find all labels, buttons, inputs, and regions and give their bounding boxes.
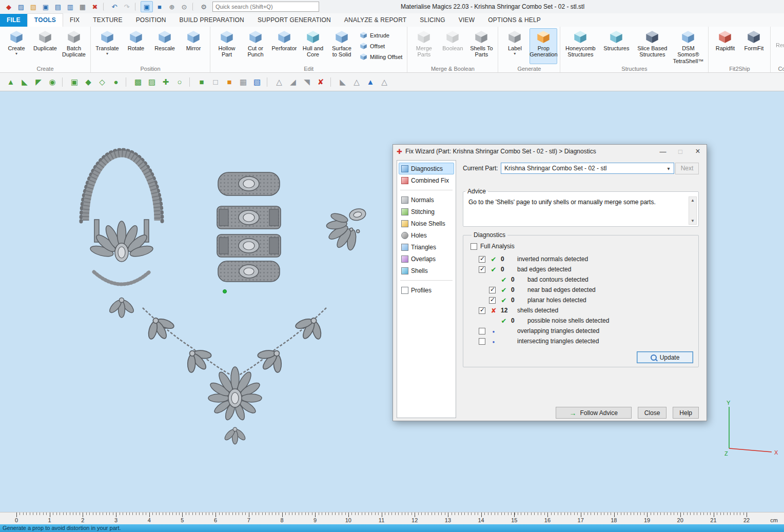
full-analysis-checkbox[interactable]: Full Analysis [471,243,694,250]
mark-window-icon[interactable]: ▣ [69,76,80,88]
nav-item[interactable]: Shells [399,265,454,277]
nav-item[interactable]: Profiles [399,284,454,296]
ribbon-small-button[interactable]: Extrude [358,31,404,40]
import-part-icon[interactable]: ▨ [15,2,27,12]
mark-connected-icon[interactable]: ● [110,76,122,88]
remove-parts-icon[interactable]: ✖ [89,2,101,12]
diagnostic-checkbox[interactable] [489,297,496,304]
close-icon[interactable]: × [689,145,707,157]
scroll-down-icon[interactable]: ▼ [691,219,695,223]
diagnostic-checkbox[interactable] [479,338,485,345]
ribbon-button[interactable]: Structures ▾ [599,28,634,64]
ribbon-button[interactable]: Hollow Part ▾ [213,28,241,64]
ribbon-tab[interactable]: FILE [0,14,27,27]
separator[interactable] [126,77,128,87]
ribbon-button[interactable]: Rotate ▾ [122,28,150,64]
compare-mesh-icon[interactable]: ▲ [365,76,376,88]
separator[interactable] [192,3,195,11]
current-part-select[interactable]: Krishna Shringar Combo Set - 02 - stl ▾ [501,163,674,174]
ribbon-button[interactable]: Cut or Punch ▾ [242,28,269,64]
measure-plane-icon[interactable]: ◣ [337,76,348,88]
ribbon-tab[interactable]: ANALYZE & REPORT [338,14,413,27]
nav-item[interactable]: Overlaps [399,253,454,265]
zoom-to-parts-icon[interactable]: ▣ [141,1,153,12]
separator[interactable] [267,77,269,87]
diagnostic-checkbox[interactable] [489,287,496,293]
nav-item[interactable]: Noise Shells [399,218,454,229]
title-bar[interactable]: ◆ ▨ ▧ ▣ ▤ ▥ ▦ ✖ ↶ ↷ ▣ ■ ⊕ ⊙ [0,0,784,14]
save-as-icon[interactable]: ▤ [52,2,64,12]
undo-icon[interactable]: ↶ [109,2,120,12]
minimize-button[interactable]: — [654,145,672,157]
select-all-icon[interactable]: ▩ [132,76,144,88]
flip-normals-icon[interactable]: △ [273,76,285,88]
ribbon-button[interactable]: Perforator ▾ [270,28,298,64]
magics-logo-icon[interactable]: ◆ [3,2,14,12]
ribbon-button[interactable]: Slice Based Structures ▾ [635,28,670,64]
diagnostic-checkbox[interactable] [479,266,485,273]
ribbon-button[interactable]: Boolean ▾ [439,28,466,64]
ribbon-tab[interactable]: TEXTURE [86,14,129,27]
transparent-view-icon[interactable]: ▦ [238,76,249,88]
ribbon-small-button[interactable]: Offset [358,42,404,50]
nav-item[interactable]: Holes [399,229,454,241]
ribbon-button[interactable]: Translate ▾ [93,28,121,64]
ribbon-button[interactable]: Rescale ▾ [151,28,179,64]
model-necklace[interactable] [141,308,329,444]
split-mesh-icon[interactable]: ◥ [301,76,312,88]
ribbon-small-button[interactable]: Milling Offset [358,52,404,61]
smooth-mesh-icon[interactable]: ◢ [287,76,299,88]
model-tiara[interactable] [81,150,162,318]
copy-parts-icon[interactable]: ▦ [77,2,88,12]
ribbon-button[interactable]: DSM Somos® TetraShell™ ▾ [671,28,705,66]
diagnostic-checkbox[interactable] [479,307,485,314]
invert-selection-icon[interactable]: ✚ [160,76,171,88]
help-button[interactable]: Help [673,407,699,419]
follow-advice-button[interactable]: → Follow Advice [556,407,632,419]
ribbon-button[interactable]: Batch Duplicate ▾ [60,28,88,64]
ribbon-button[interactable]: Create ▾ [3,28,30,64]
measure-triangle-icon[interactable]: △ [351,76,362,88]
annotate-mesh-icon[interactable]: △ [379,76,390,88]
ribbon-button[interactable]: Honeycomb Structures ▾ [563,28,598,64]
ribbon-button[interactable]: Surface to Solid ▾ [328,28,356,64]
ribbon-button[interactable]: FormFit ▾ [740,28,768,64]
section-view-icon[interactable]: ▧ [251,76,263,88]
nav-item[interactable]: Normals [399,194,454,206]
nav-item[interactable]: Stitching [399,206,454,218]
ribbon-button[interactable]: Shells To Parts ▾ [467,28,495,64]
ribbon-button[interactable]: Prop Generation ▾ [530,28,557,64]
ribbon-tab[interactable]: OPTIONS & HELP [481,14,547,27]
ribbon-tab[interactable]: TOOLS [27,13,63,27]
ribbon-button[interactable]: Mirror ▾ [180,28,207,64]
maximize-button[interactable]: □ [672,145,689,157]
wireframe-view-icon[interactable]: □ [210,76,221,88]
settings-icon[interactable]: ⚙ [198,2,209,12]
close-button[interactable]: Close [638,407,667,419]
export-platform-icon[interactable]: ▥ [65,2,76,12]
zoom-in-icon[interactable]: ⊕ [166,2,178,12]
update-button[interactable]: Update [637,351,693,363]
nav-item[interactable]: Combined Fix [399,174,454,186]
expand-selection-icon[interactable]: ○ [174,76,185,88]
quick-search-input[interactable] [212,2,319,12]
mark-brush-icon[interactable]: ◇ [96,76,108,88]
nav-item[interactable]: Diagnostics [399,163,454,174]
ribbon-tab[interactable]: VIEW [452,14,481,27]
diagnostic-checkbox[interactable] [479,328,485,334]
scroll-up-icon[interactable]: ▲ [691,198,695,203]
model-brooch[interactable] [323,205,373,255]
mark-planes-icon[interactable]: ◣ [19,76,30,88]
mark-polygon-icon[interactable]: ◆ [83,76,94,88]
ribbon-tab[interactable]: FIX [63,14,86,27]
separator[interactable] [62,77,65,87]
redo-icon[interactable]: ↷ [121,2,132,12]
separator[interactable] [330,77,333,87]
ribbon-tab[interactable]: SLICING [413,14,452,27]
ribbon-button[interactable]: Rapidfit ▾ [711,28,739,64]
ribbon-tab[interactable]: BUILD PREPARATION [173,14,251,27]
mark-bad-triangles-icon[interactable]: ✘ [315,76,326,88]
view-cube-icon[interactable]: ■ [154,2,165,12]
colored-view-icon[interactable]: ■ [224,76,235,88]
advice-scrollbar[interactable]: ▲ ▼ [689,196,697,225]
